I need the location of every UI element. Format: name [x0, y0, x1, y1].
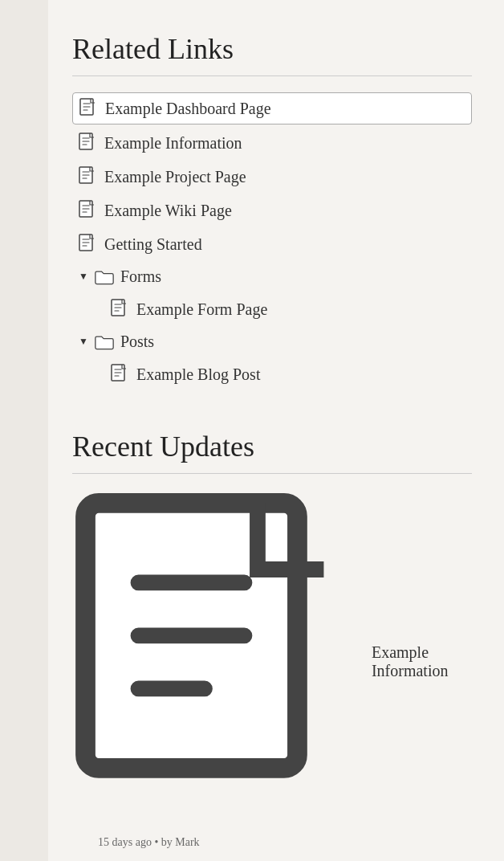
chevron-down-icon: ▼	[79, 271, 88, 283]
update-item-information[interactable]: Example Information 15 days ago • by Mar…	[72, 490, 472, 849]
link-item-dashboard[interactable]: Example Dashboard Page	[72, 92, 472, 124]
link-item-information[interactable]: Example Information	[72, 128, 472, 158]
recent-updates-section: Recent Updates Example Information 15 da…	[72, 430, 472, 861]
doc-icon	[79, 200, 96, 221]
link-item-form-page-label: Example Form Page	[136, 300, 267, 319]
folder-forms: ▼ Forms Example F	[72, 263, 472, 324]
link-item-project-label: Example Project Page	[104, 168, 246, 186]
related-links-list: Example Dashboard Page Example Informati…	[72, 92, 472, 390]
folder-forms-children: Example Form Page	[72, 294, 472, 324]
folder-posts-label: Posts	[120, 333, 154, 351]
link-item-information-label: Example Information	[104, 134, 242, 153]
left-gutter	[0, 0, 48, 861]
doc-icon	[72, 490, 364, 834]
folder-forms-header[interactable]: ▼ Forms	[72, 263, 472, 291]
link-item-dashboard-label: Example Dashboard Page	[105, 100, 271, 118]
update-item-information-meta: 15 days ago • by Mark	[72, 836, 472, 849]
doc-icon	[111, 299, 128, 320]
related-links-title: Related Links	[72, 32, 472, 66]
link-item-project[interactable]: Example Project Page	[72, 161, 472, 192]
update-item-information-header: Example Information	[72, 490, 472, 834]
doc-icon	[111, 364, 128, 385]
folder-icon	[95, 334, 114, 350]
link-item-wiki-label: Example Wiki Page	[104, 202, 232, 220]
recent-updates-divider	[72, 473, 472, 474]
folder-forms-label: Forms	[120, 267, 161, 286]
recent-updates-title: Recent Updates	[72, 430, 472, 463]
folder-posts-children: Example Blog Post	[72, 359, 472, 390]
update-item-information-label: Example Information	[372, 643, 472, 680]
link-item-wiki[interactable]: Example Wiki Page	[72, 195, 472, 226]
link-item-form-page[interactable]: Example Form Page	[104, 294, 472, 324]
doc-icon	[79, 166, 96, 187]
related-links-divider	[72, 75, 472, 76]
chevron-down-icon: ▼	[79, 336, 88, 348]
doc-icon	[79, 98, 97, 119]
link-item-blog-post[interactable]: Example Blog Post	[104, 359, 472, 390]
link-item-getting-started[interactable]: Getting Started	[72, 229, 472, 259]
doc-icon	[79, 133, 96, 153]
related-links-section: Related Links Example Dashboard Page	[72, 32, 472, 390]
link-item-blog-post-label: Example Blog Post	[136, 365, 260, 384]
main-content: Related Links Example Dashboard Page	[48, 0, 504, 861]
folder-icon	[95, 269, 114, 285]
link-item-getting-started-label: Getting Started	[104, 235, 202, 254]
folder-posts-header[interactable]: ▼ Posts	[72, 328, 472, 356]
doc-icon	[79, 234, 96, 255]
folder-posts: ▼ Posts Example B	[72, 328, 472, 390]
